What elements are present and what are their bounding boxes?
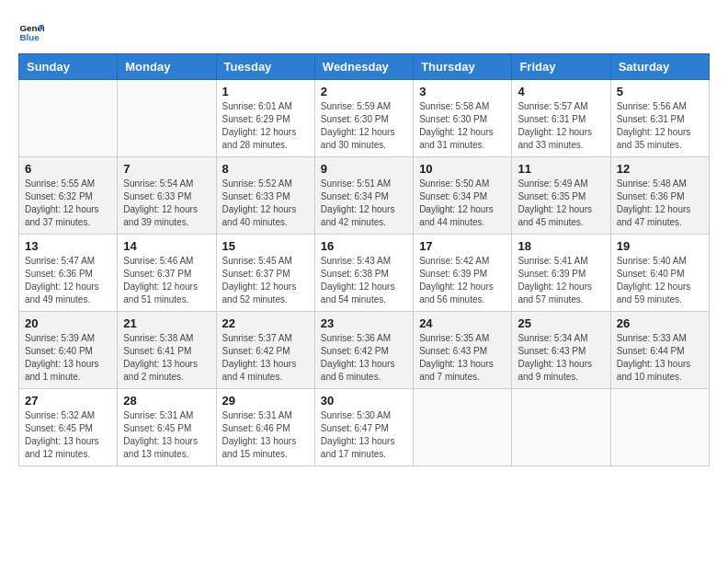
day-info: Sunrise: 5:49 AM Sunset: 6:35 PM Dayligh… <box>518 178 604 229</box>
day-info: Sunrise: 5:47 AM Sunset: 6:36 PM Dayligh… <box>25 255 111 306</box>
calendar-cell: 8Sunrise: 5:52 AM Sunset: 6:33 PM Daylig… <box>216 157 314 235</box>
calendar-cell: 2Sunrise: 5:59 AM Sunset: 6:30 PM Daylig… <box>314 80 413 157</box>
calendar-cell: 28Sunrise: 5:31 AM Sunset: 6:45 PM Dayli… <box>118 389 216 466</box>
calendar-cell: 17Sunrise: 5:42 AM Sunset: 6:39 PM Dayli… <box>414 235 512 312</box>
calendar-cell: 12Sunrise: 5:48 AM Sunset: 6:36 PM Dayli… <box>610 157 709 235</box>
calendar-cell: 19Sunrise: 5:40 AM Sunset: 6:40 PM Dayli… <box>610 235 709 312</box>
logo: General Blue <box>18 18 48 44</box>
calendar-cell: 20Sunrise: 5:39 AM Sunset: 6:40 PM Dayli… <box>19 312 118 389</box>
calendar-cell: 22Sunrise: 5:37 AM Sunset: 6:42 PM Dayli… <box>216 312 314 389</box>
day-number: 28 <box>123 394 210 408</box>
day-info: Sunrise: 5:41 AM Sunset: 6:39 PM Dayligh… <box>518 255 604 306</box>
day-info: Sunrise: 5:55 AM Sunset: 6:32 PM Dayligh… <box>25 178 111 229</box>
calendar-week-5: 27Sunrise: 5:32 AM Sunset: 6:45 PM Dayli… <box>19 389 710 466</box>
calendar-cell: 13Sunrise: 5:47 AM Sunset: 6:36 PM Dayli… <box>19 235 118 312</box>
day-number: 19 <box>617 239 703 253</box>
calendar-table: SundayMondayTuesdayWednesdayThursdayFrid… <box>18 53 710 466</box>
day-info: Sunrise: 5:50 AM Sunset: 6:34 PM Dayligh… <box>419 178 506 229</box>
day-number: 22 <box>222 316 309 330</box>
day-number: 16 <box>321 239 407 253</box>
calendar-week-1: 1Sunrise: 6:01 AM Sunset: 6:29 PM Daylig… <box>19 80 710 157</box>
calendar-week-3: 13Sunrise: 5:47 AM Sunset: 6:36 PM Dayli… <box>19 235 710 312</box>
calendar-cell <box>414 389 512 466</box>
col-header-friday: Friday <box>512 54 610 80</box>
calendar-cell: 7Sunrise: 5:54 AM Sunset: 6:33 PM Daylig… <box>118 157 216 235</box>
day-number: 4 <box>518 85 604 98</box>
day-number: 1 <box>222 85 309 98</box>
day-info: Sunrise: 5:32 AM Sunset: 6:45 PM Dayligh… <box>25 409 111 461</box>
day-number: 3 <box>419 85 506 98</box>
calendar-cell: 18Sunrise: 5:41 AM Sunset: 6:39 PM Dayli… <box>512 235 610 312</box>
calendar-cell: 11Sunrise: 5:49 AM Sunset: 6:35 PM Dayli… <box>512 157 610 235</box>
calendar-cell: 14Sunrise: 5:46 AM Sunset: 6:37 PM Dayli… <box>118 235 216 312</box>
col-header-monday: Monday <box>118 54 216 80</box>
day-info: Sunrise: 6:01 AM Sunset: 6:29 PM Dayligh… <box>222 100 309 152</box>
calendar-cell: 5Sunrise: 5:56 AM Sunset: 6:31 PM Daylig… <box>610 80 709 157</box>
day-number: 29 <box>222 394 309 408</box>
calendar-cell: 4Sunrise: 5:57 AM Sunset: 6:31 PM Daylig… <box>512 80 610 157</box>
day-number: 20 <box>25 316 111 330</box>
day-number: 11 <box>518 162 604 176</box>
day-number: 2 <box>321 85 407 98</box>
day-info: Sunrise: 5:57 AM Sunset: 6:31 PM Dayligh… <box>518 100 604 152</box>
logo-icon: General Blue <box>18 18 44 44</box>
day-number: 10 <box>419 162 506 176</box>
day-info: Sunrise: 5:46 AM Sunset: 6:37 PM Dayligh… <box>123 255 210 306</box>
calendar-header-row: SundayMondayTuesdayWednesdayThursdayFrid… <box>19 54 710 80</box>
day-number: 25 <box>518 316 604 330</box>
calendar-cell: 9Sunrise: 5:51 AM Sunset: 6:34 PM Daylig… <box>314 157 413 235</box>
day-number: 26 <box>617 316 703 330</box>
day-info: Sunrise: 5:54 AM Sunset: 6:33 PM Dayligh… <box>123 178 210 229</box>
day-info: Sunrise: 5:38 AM Sunset: 6:41 PM Dayligh… <box>123 332 210 384</box>
day-number: 24 <box>419 316 506 330</box>
day-number: 13 <box>25 239 111 253</box>
col-header-sunday: Sunday <box>19 54 118 80</box>
day-number: 17 <box>419 239 506 253</box>
day-info: Sunrise: 5:39 AM Sunset: 6:40 PM Dayligh… <box>25 332 111 384</box>
page-header: General Blue <box>18 18 710 44</box>
calendar-cell: 10Sunrise: 5:50 AM Sunset: 6:34 PM Dayli… <box>414 157 512 235</box>
day-number: 14 <box>123 239 210 253</box>
calendar-cell: 6Sunrise: 5:55 AM Sunset: 6:32 PM Daylig… <box>19 157 118 235</box>
day-info: Sunrise: 5:35 AM Sunset: 6:43 PM Dayligh… <box>419 332 506 384</box>
day-info: Sunrise: 5:56 AM Sunset: 6:31 PM Dayligh… <box>617 100 703 152</box>
calendar-cell: 21Sunrise: 5:38 AM Sunset: 6:41 PM Dayli… <box>118 312 216 389</box>
calendar-cell: 30Sunrise: 5:30 AM Sunset: 6:47 PM Dayli… <box>314 389 413 466</box>
day-info: Sunrise: 5:31 AM Sunset: 6:45 PM Dayligh… <box>123 409 210 461</box>
day-info: Sunrise: 5:37 AM Sunset: 6:42 PM Dayligh… <box>222 332 309 384</box>
day-number: 27 <box>25 394 111 408</box>
calendar-week-4: 20Sunrise: 5:39 AM Sunset: 6:40 PM Dayli… <box>19 312 710 389</box>
day-number: 30 <box>321 394 407 408</box>
calendar-cell: 27Sunrise: 5:32 AM Sunset: 6:45 PM Dayli… <box>19 389 118 466</box>
calendar-cell: 26Sunrise: 5:33 AM Sunset: 6:44 PM Dayli… <box>610 312 709 389</box>
day-info: Sunrise: 5:36 AM Sunset: 6:42 PM Dayligh… <box>321 332 407 384</box>
day-number: 8 <box>222 162 309 176</box>
calendar-cell <box>118 80 216 157</box>
col-header-wednesday: Wednesday <box>314 54 413 80</box>
day-info: Sunrise: 5:45 AM Sunset: 6:37 PM Dayligh… <box>222 255 309 306</box>
col-header-saturday: Saturday <box>610 54 709 80</box>
calendar-cell: 29Sunrise: 5:31 AM Sunset: 6:46 PM Dayli… <box>216 389 314 466</box>
calendar-cell <box>512 389 610 466</box>
day-number: 18 <box>518 239 604 253</box>
day-number: 7 <box>123 162 210 176</box>
day-number: 21 <box>123 316 210 330</box>
day-info: Sunrise: 5:52 AM Sunset: 6:33 PM Dayligh… <box>222 178 309 229</box>
day-info: Sunrise: 5:34 AM Sunset: 6:43 PM Dayligh… <box>518 332 604 384</box>
day-number: 12 <box>617 162 703 176</box>
calendar-cell: 1Sunrise: 6:01 AM Sunset: 6:29 PM Daylig… <box>216 80 314 157</box>
calendar-cell: 3Sunrise: 5:58 AM Sunset: 6:30 PM Daylig… <box>414 80 512 157</box>
day-info: Sunrise: 5:42 AM Sunset: 6:39 PM Dayligh… <box>419 255 506 306</box>
day-info: Sunrise: 5:33 AM Sunset: 6:44 PM Dayligh… <box>617 332 703 384</box>
day-number: 5 <box>617 85 703 98</box>
calendar-cell: 15Sunrise: 5:45 AM Sunset: 6:37 PM Dayli… <box>216 235 314 312</box>
day-info: Sunrise: 5:59 AM Sunset: 6:30 PM Dayligh… <box>321 100 407 152</box>
calendar-cell: 23Sunrise: 5:36 AM Sunset: 6:42 PM Dayli… <box>314 312 413 389</box>
calendar-cell: 25Sunrise: 5:34 AM Sunset: 6:43 PM Dayli… <box>512 312 610 389</box>
svg-text:Blue: Blue <box>19 32 40 42</box>
day-info: Sunrise: 5:30 AM Sunset: 6:47 PM Dayligh… <box>321 409 407 461</box>
day-info: Sunrise: 5:31 AM Sunset: 6:46 PM Dayligh… <box>222 409 309 461</box>
day-number: 6 <box>25 162 111 176</box>
day-info: Sunrise: 5:40 AM Sunset: 6:40 PM Dayligh… <box>617 255 703 306</box>
day-info: Sunrise: 5:43 AM Sunset: 6:38 PM Dayligh… <box>321 255 407 306</box>
